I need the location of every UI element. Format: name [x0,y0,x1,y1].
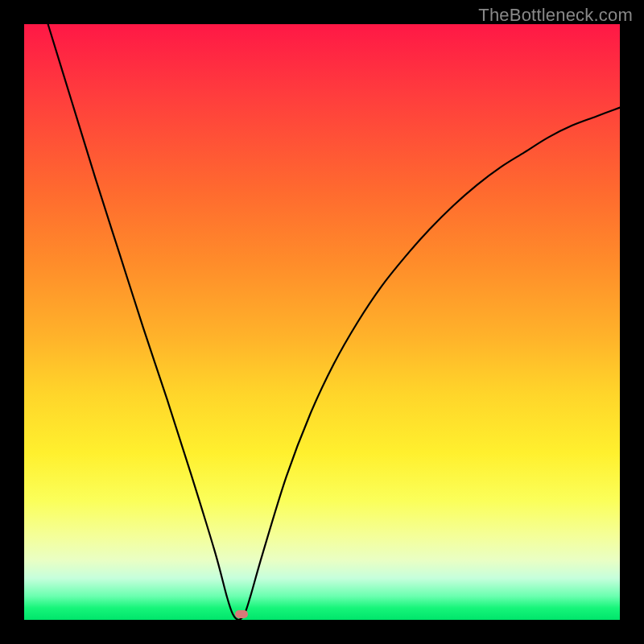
plot-area [24,24,620,620]
watermark-text: TheBottleneck.com [478,5,633,26]
bottleneck-curve [48,24,620,620]
minimum-marker [235,610,248,618]
curve-svg [24,24,620,620]
chart-frame: TheBottleneck.com [0,0,644,644]
